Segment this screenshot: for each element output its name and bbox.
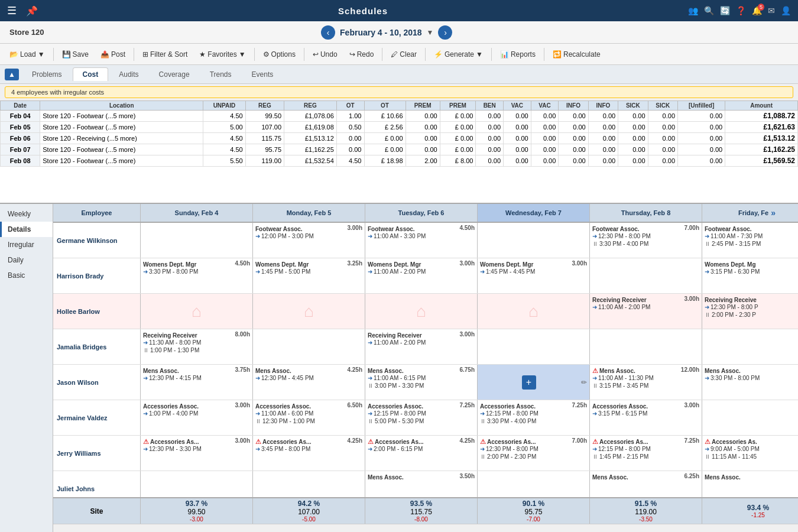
day-cell-1-4[interactable] — [590, 258, 702, 293]
shift-block: Receiving Receiver3.00h 11:00 AM - 2:00 … — [368, 331, 475, 346]
mail-icon[interactable]: ✉ — [768, 6, 775, 15]
day-cell-4-2[interactable]: Mens Assoc.6.75h 11:00 AM - 6:15 PM 3:00… — [365, 365, 478, 400]
gen-dropdown-icon[interactable]: ▼ — [476, 50, 483, 59]
day-cell-0-3[interactable] — [478, 223, 590, 258]
nav-irregular[interactable]: Irregular — [0, 237, 53, 252]
day-cell-7-3[interactable] — [478, 471, 590, 497]
day-cell-7-5[interactable]: Mens Assoc. — [702, 471, 798, 497]
date-dropdown-icon[interactable]: ▼ — [427, 28, 434, 37]
day-cell-0-5[interactable]: Footwear Assoc. 11:00 AM - 7:30 PM 2:45 … — [702, 223, 798, 258]
day-cell-2-0[interactable]: ⌂ — [141, 294, 253, 329]
day-cell-1-3[interactable]: Womens Dept. Mgr3.00h 1:45 PM - 4:45 PM — [478, 258, 590, 293]
tab-trends[interactable]: Trends — [200, 68, 241, 81]
clear-button[interactable]: 🖊 Clear — [386, 48, 421, 60]
fav-dropdown-icon[interactable]: ▼ — [239, 50, 246, 59]
day-cell-0-4[interactable]: Footwear Assoc.7.00h 12:30 PM - 8:00 PM … — [590, 223, 702, 258]
undo-button[interactable]: ↩ Undo — [308, 48, 342, 60]
day-cell-6-2[interactable]: ⚠Accessories As...4.25h 2:00 PM - 6:15 P… — [365, 436, 478, 471]
day-cell-4-4[interactable]: ⚠Mens Assoc.12.00h 11:00 AM - 11:30 PM 3… — [590, 365, 702, 400]
tab-problems[interactable]: Problems — [22, 68, 72, 81]
help-icon[interactable]: ❓ — [736, 6, 746, 15]
nav-daily[interactable]: Daily — [0, 252, 53, 268]
favorites-button[interactable]: ★ Favorites ▼ — [194, 48, 250, 60]
day-cell-1-1[interactable]: Womens Dept. Mgr3.25h 1:45 PM - 5:00 PM — [253, 258, 365, 293]
horizontal-scrollbar[interactable] — [53, 524, 798, 532]
tab-events[interactable]: Events — [242, 68, 283, 81]
day-cell-5-4[interactable]: Accessories Assoc.3.00h 3:15 PM - 6:15 P… — [590, 400, 702, 435]
notification-icon[interactable]: 🔔5 — [752, 6, 762, 15]
load-button[interactable]: 📂 Load ▼ — [5, 48, 50, 60]
refresh-icon[interactable]: 🔄 — [720, 6, 730, 15]
day-cell-3-2[interactable]: Receiving Receiver3.00h 11:00 AM - 2:00 … — [365, 329, 478, 364]
day-cell-4-0[interactable]: Mens Assoc.3.75h 12:30 PM - 4:15 PM — [141, 365, 253, 400]
prev-week-button[interactable]: ‹ — [321, 25, 335, 40]
pencil-icon[interactable]: ✏ — [581, 378, 587, 387]
day-cell-5-1[interactable]: Accessories Assoc.6.50h 11:00 AM - 6:00 … — [253, 400, 365, 435]
day-cell-1-5[interactable]: Womens Dept. Mg 3:15 PM - 6:30 PM — [702, 258, 798, 293]
next-week-button[interactable]: › — [438, 25, 452, 40]
nav-details[interactable]: Details — [0, 222, 53, 237]
redo-button[interactable]: ↪ Redo — [345, 48, 379, 60]
day-cell-3-3[interactable] — [478, 329, 590, 364]
day-cell-5-5[interactable] — [702, 400, 798, 435]
day-cell-6-3[interactable]: ⚠Accessories As...7.00h 12:30 PM - 8:00 … — [478, 436, 590, 471]
tab-audits[interactable]: Audits — [109, 68, 148, 81]
day-cell-6-5[interactable]: ⚠Accessories As. 9:00 AM - 5:00 PM 11:15… — [702, 436, 798, 471]
day-cell-4-5[interactable]: Mens Assoc. 3:30 PM - 8:00 PM — [702, 365, 798, 400]
filter-sort-button[interactable]: ⊞ Filter & Sort — [138, 48, 192, 60]
day-cell-2-5[interactable]: Receiving Receive 12:30 PM - 8:00 P 2:00… — [702, 294, 798, 329]
day-cell-6-1[interactable]: ⚠Accessories As...4.25h 3:45 PM - 8:00 P… — [253, 436, 365, 471]
people-icon[interactable]: 👥 — [688, 6, 698, 15]
day-cell-2-1[interactable]: ⌂ — [253, 294, 365, 329]
day-cell-7-2[interactable]: Mens Assoc.3.50h — [365, 471, 478, 497]
expand-right-icon[interactable]: » — [768, 208, 778, 218]
emp-name-5: Jermaine Valdez — [53, 400, 141, 435]
save-button[interactable]: 💾 Save — [57, 48, 93, 60]
day-cell-2-2[interactable]: ⌂ — [365, 294, 478, 329]
day-cell-1-2[interactable]: Womens Dept. Mgr3.00h 11:00 AM - 2:00 PM — [365, 258, 478, 293]
alert-badge[interactable]: 4 employees with irregular costs — [5, 86, 793, 98]
search-icon[interactable]: 🔍 — [704, 6, 714, 15]
schedule-header: Employee Sunday, Feb 4 Monday, Feb 5 Tue… — [53, 204, 798, 223]
day-cell-2-3[interactable]: ⌂ — [478, 294, 590, 329]
day-cell-4-3[interactable]: + ✏ — [478, 365, 590, 400]
break-time: 5:00 PM - 5:30 PM — [368, 418, 475, 424]
day-cell-3-4[interactable] — [590, 329, 702, 364]
tab-cost[interactable]: Cost — [73, 67, 109, 81]
options-button[interactable]: ⚙ Options — [258, 48, 300, 60]
day-cell-7-4[interactable]: Mens Assoc.6.25h — [590, 471, 702, 497]
day-cell-2-4[interactable]: Receiving Receiver3.00h 11:00 AM - 2:00 … — [590, 294, 702, 329]
day-cell-1-0[interactable]: Womens Dept. Mgr4.50h 3:30 PM - 8:00 PM — [141, 258, 253, 293]
nav-weekly[interactable]: Weekly — [0, 206, 53, 222]
day-cell-4-1[interactable]: Mens Assoc.4.25h 12:30 PM - 4:45 PM — [253, 365, 365, 400]
day-cell-7-1[interactable] — [253, 471, 365, 497]
day-cell-5-0[interactable]: Accessories Assoc.3.00h 1:00 PM - 4:00 P… — [141, 400, 253, 435]
emp-name-0: Germane Wilkinson — [53, 223, 141, 258]
recalculate-button[interactable]: 🔁 Recalculate — [548, 48, 605, 60]
day-cell-3-0[interactable]: Receiving Receiver8.00h 11:30 AM - 8:00 … — [141, 329, 253, 364]
reports-button[interactable]: 📊 Reports — [495, 48, 540, 60]
menu-icon[interactable]: ☰ — [7, 4, 17, 17]
day-cell-0-2[interactable]: Footwear Assoc.4.50h 11:00 AM - 3:30 PM — [365, 223, 478, 258]
pin-icon[interactable]: 📌 — [26, 5, 38, 17]
day-cell-7-0[interactable] — [141, 471, 253, 497]
day-cell-3-5[interactable] — [702, 329, 798, 364]
post-button[interactable]: 📤 Post — [96, 48, 130, 60]
add-shift-button[interactable]: + — [522, 375, 536, 390]
load-dropdown-icon[interactable]: ▼ — [38, 50, 45, 59]
break-time: 3:15 PM - 3:45 PM — [592, 382, 699, 389]
collapse-button[interactable]: ▲ — [5, 69, 19, 80]
day-cell-0-0[interactable] — [141, 223, 253, 258]
day-cell-6-4[interactable]: ⚠Accessories As...7.25h 12:15 PM - 8:00 … — [590, 436, 702, 471]
tab-coverage[interactable]: Coverage — [150, 68, 199, 81]
nav-basic[interactable]: Basic — [0, 268, 53, 283]
col-amount: Amount — [725, 101, 798, 111]
day-cell-0-1[interactable]: Footwear Assoc.3.00h 12:00 PM - 3:00 PM — [253, 223, 365, 258]
day-cell-5-3[interactable]: Accessories Assoc.7.25h 12:15 PM - 8:00 … — [478, 400, 590, 435]
profile-icon[interactable]: 👤 — [781, 6, 791, 15]
generate-button[interactable]: ⚡ Generate ▼ — [429, 48, 488, 60]
day-cell-5-2[interactable]: Accessories Assoc.7.25h 12:15 PM - 8:00 … — [365, 400, 478, 435]
cost-row-1: Feb 05 Store 120 - Footwear (...5 more) … — [1, 122, 798, 133]
day-cell-3-1[interactable] — [253, 329, 365, 364]
day-cell-6-0[interactable]: ⚠Accessories As...3.00h 12:30 PM - 3:30 … — [141, 436, 253, 471]
